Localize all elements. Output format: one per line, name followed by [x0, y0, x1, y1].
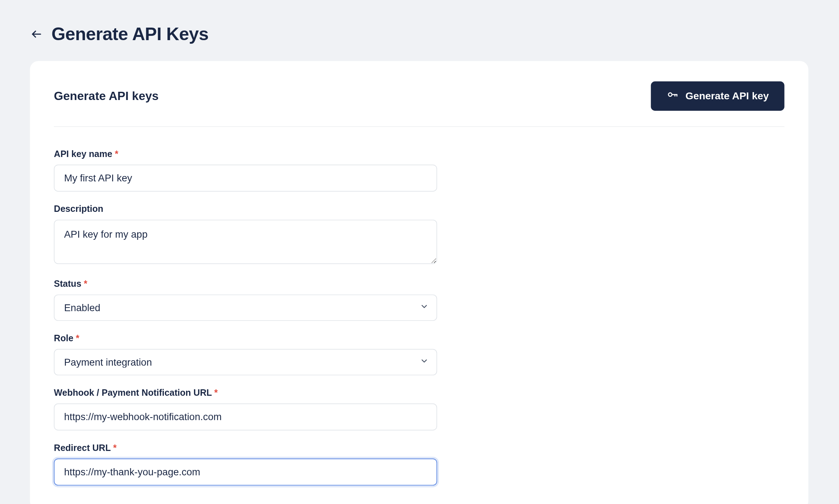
field-role: Role * Payment integration: [54, 333, 437, 375]
field-webhook: Webhook / Payment Notification URL *: [54, 387, 437, 430]
api-key-form: API key name * Description API key for m…: [54, 148, 437, 485]
required-marker: *: [115, 148, 118, 158]
card-title: Generate API keys: [54, 89, 158, 103]
field-name: API key name *: [54, 148, 437, 191]
generate-api-key-button[interactable]: Generate API key: [651, 81, 785, 111]
back-arrow-icon[interactable]: [30, 28, 43, 41]
status-select[interactable]: Enabled: [54, 294, 437, 320]
role-select[interactable]: Payment integration: [54, 349, 437, 375]
required-marker: *: [84, 278, 87, 288]
form-card: Generate API keys Generate API key API k…: [30, 61, 809, 504]
page-header: Generate API Keys: [30, 24, 809, 44]
label-status-text: Status: [54, 278, 81, 288]
description-textarea[interactable]: API key for my app: [54, 220, 437, 264]
redirect-url-input[interactable]: [54, 458, 437, 485]
svg-point-1: [668, 93, 672, 96]
field-status: Status * Enabled: [54, 278, 437, 321]
field-description: Description API key for my app: [54, 204, 437, 266]
field-redirect: Redirect URL *: [54, 442, 437, 485]
label-name-text: API key name: [54, 148, 112, 158]
page-title: Generate API Keys: [52, 24, 209, 44]
api-key-name-input[interactable]: [54, 165, 437, 191]
key-icon: [666, 89, 678, 104]
webhook-url-input[interactable]: [54, 403, 437, 430]
label-role: Role *: [54, 333, 437, 343]
label-webhook-text: Webhook / Payment Notification URL: [54, 387, 212, 397]
label-role-text: Role: [54, 333, 73, 343]
label-description: Description: [54, 204, 437, 214]
required-marker: *: [76, 333, 80, 343]
label-status: Status *: [54, 278, 437, 288]
label-webhook: Webhook / Payment Notification URL *: [54, 387, 437, 397]
label-redirect: Redirect URL *: [54, 442, 437, 452]
label-redirect-text: Redirect URL: [54, 442, 110, 452]
card-header: Generate API keys Generate API key: [54, 81, 784, 127]
required-marker: *: [214, 387, 218, 397]
label-name: API key name *: [54, 148, 437, 158]
required-marker: *: [113, 442, 117, 452]
generate-button-label: Generate API key: [686, 90, 769, 102]
